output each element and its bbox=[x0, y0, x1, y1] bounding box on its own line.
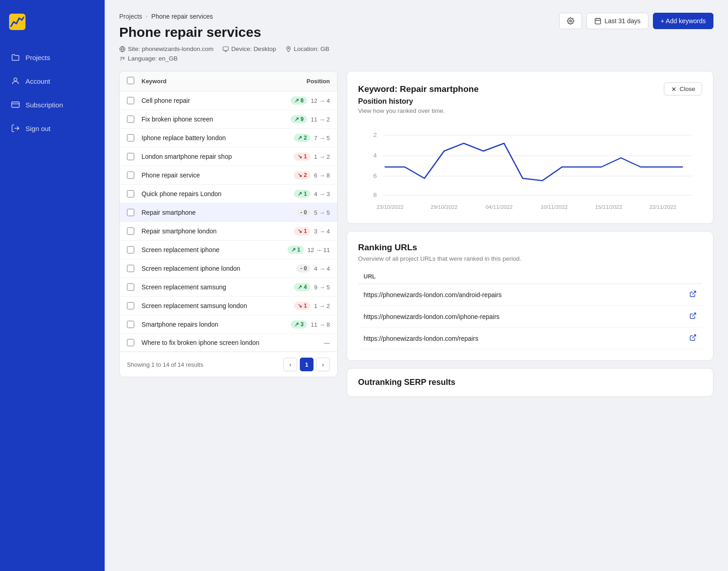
badge: ↘ 1 bbox=[294, 152, 310, 161]
close-icon bbox=[671, 86, 677, 92]
meta-row-1: Site: phonewizards-london.com Device: De… bbox=[119, 45, 713, 52]
sidebar: Projects Account Subscription Sign out bbox=[0, 0, 105, 571]
svg-point-10 bbox=[288, 47, 289, 49]
meta-site-label: Site: phonewizards-london.com bbox=[128, 45, 213, 52]
svg-text:4: 4 bbox=[373, 152, 377, 158]
sidebar-item-account[interactable]: Account bbox=[0, 69, 105, 93]
position-history-chart: 2 4 6 8 23/10/2022 29/10/2022 04/11/2022… bbox=[358, 121, 702, 212]
table-row[interactable]: Cell phone repair ↗ 8 12 → 4 bbox=[120, 91, 337, 110]
meta-device-label: Device: Desktop bbox=[231, 45, 276, 52]
external-link-icon[interactable] bbox=[689, 290, 697, 299]
row-checkbox[interactable] bbox=[127, 321, 134, 328]
svg-text:15/11/2022: 15/11/2022 bbox=[595, 204, 622, 210]
breadcrumb-parent[interactable]: Projects bbox=[119, 13, 142, 20]
keyword-cell: Screen replacement iphone bbox=[142, 246, 266, 253]
language-icon bbox=[119, 56, 126, 62]
external-link-icon[interactable] bbox=[689, 334, 697, 343]
sidebar-item-label: Account bbox=[25, 77, 50, 85]
keywords-panel: Keyword Position Cell phone repair ↗ 8 1… bbox=[119, 71, 338, 377]
table-row[interactable]: Screen replacement samsung london ↘ 1 1 … bbox=[120, 297, 337, 315]
meta-language-label: Language: en_GB bbox=[128, 55, 178, 62]
svg-text:23/10/2022: 23/10/2022 bbox=[376, 204, 403, 210]
settings-button[interactable] bbox=[559, 13, 582, 29]
row-checkbox[interactable] bbox=[127, 283, 134, 291]
position-change: 4 → 4 bbox=[314, 265, 330, 272]
table-row[interactable]: Screen replacement iphone ↗ 1 12 → 11 bbox=[120, 241, 337, 259]
svg-point-11 bbox=[570, 20, 571, 22]
add-keywords-button[interactable]: + Add keywords bbox=[653, 13, 713, 29]
row-checkbox[interactable] bbox=[127, 190, 134, 197]
row-checkbox[interactable] bbox=[127, 116, 134, 123]
prev-page-button[interactable]: ‹ bbox=[283, 358, 297, 371]
badge: ↗ 4 bbox=[294, 283, 310, 291]
table-row[interactable]: Fix broken iphone screen ↗ 9 11 → 2 bbox=[120, 110, 337, 129]
svg-line-34 bbox=[693, 335, 696, 338]
row-checkbox[interactable] bbox=[127, 265, 134, 272]
row-checkbox[interactable] bbox=[127, 172, 134, 179]
next-page-button[interactable]: › bbox=[316, 358, 330, 371]
keyword-cell: Where to fix broken iphone screen london bbox=[142, 339, 266, 346]
row-checkbox[interactable] bbox=[127, 134, 134, 141]
badge: ↗ 2 bbox=[294, 134, 310, 142]
panel-title: Keyword: Repair smartphone bbox=[358, 84, 479, 94]
table-row[interactable]: Phone repair service ↘ 2 6 → 8 bbox=[120, 166, 337, 185]
row-checkbox[interactable] bbox=[127, 97, 134, 104]
meta-location-label: Location: GB bbox=[294, 45, 329, 52]
row-checkbox[interactable] bbox=[127, 153, 134, 160]
row-checkbox[interactable] bbox=[127, 227, 134, 235]
url-value: https://phonewizards-london.com/repairs bbox=[364, 335, 478, 342]
table-row[interactable]: Iphone replace battery london ↗ 2 7 → 5 bbox=[120, 129, 337, 147]
page-1-button[interactable]: 1 bbox=[300, 358, 313, 371]
folder-icon bbox=[11, 53, 20, 62]
keyword-cell: Cell phone repair bbox=[142, 97, 266, 104]
position-change: 12 → 11 bbox=[308, 247, 330, 253]
table-row[interactable]: Screen replacement iphone london - 0 4 →… bbox=[120, 259, 337, 278]
card-icon bbox=[11, 100, 20, 109]
sidebar-item-signout[interactable]: Sign out bbox=[0, 116, 105, 140]
logout-icon bbox=[11, 124, 20, 133]
svg-line-33 bbox=[693, 313, 696, 316]
external-link-icon[interactable] bbox=[689, 312, 697, 321]
breadcrumb-current: Phone repair services bbox=[152, 13, 213, 20]
sidebar-item-label: Subscription bbox=[25, 101, 63, 109]
table-footer: Showing 1 to 14 of 14 results ‹ 1 › bbox=[120, 352, 337, 377]
badge: ↗ 1 bbox=[294, 190, 310, 198]
keyword-cell: Screen replacement samsung bbox=[142, 283, 266, 291]
keyword-cell: Smartphone repairs london bbox=[142, 321, 266, 328]
table-row[interactable]: Quick phone repairs London ↗ 1 4 → 3 bbox=[120, 185, 337, 203]
svg-rect-2 bbox=[12, 102, 20, 107]
select-all-checkbox[interactable] bbox=[127, 77, 134, 84]
keyword-cell: Iphone replace battery london bbox=[142, 134, 266, 141]
close-label: Close bbox=[679, 86, 695, 92]
url-value: https://phonewizards-london.com/iphone-r… bbox=[364, 313, 500, 320]
add-keywords-label: + Add keywords bbox=[661, 17, 706, 25]
table-row[interactable]: Where to fix broken iphone screen london… bbox=[120, 334, 337, 352]
badge: ↗ 8 bbox=[291, 96, 307, 105]
position-change: 11 → 2 bbox=[311, 116, 330, 123]
table-row[interactable]: Repair smartphone london ↘ 1 3 → 4 bbox=[120, 222, 337, 241]
table-row[interactable]: Repair smartphone - 0 5 → 5 bbox=[120, 203, 337, 222]
row-checkbox[interactable] bbox=[127, 246, 134, 253]
close-panel-button[interactable]: Close bbox=[664, 82, 702, 96]
svg-rect-12 bbox=[595, 19, 601, 24]
badge: ↘ 1 bbox=[294, 302, 310, 310]
row-checkbox[interactable] bbox=[127, 339, 134, 346]
badge: - 0 bbox=[297, 208, 310, 217]
badge: ↘ 2 bbox=[294, 171, 310, 179]
sidebar-item-projects[interactable]: Projects bbox=[0, 45, 105, 69]
svg-text:29/10/2022: 29/10/2022 bbox=[430, 204, 457, 210]
table-row[interactable]: London smartphone repair shop ↘ 1 1 → 2 bbox=[120, 147, 337, 166]
logo-icon bbox=[9, 14, 25, 30]
row-checkbox[interactable] bbox=[127, 302, 134, 309]
sidebar-item-subscription[interactable]: Subscription bbox=[0, 93, 105, 116]
position-change: 7 → 5 bbox=[314, 135, 330, 141]
row-checkbox[interactable] bbox=[127, 209, 134, 216]
date-range-button[interactable]: Last 31 days bbox=[586, 13, 648, 29]
table-row[interactable]: Screen replacement samsung ↗ 4 9 → 5 bbox=[120, 278, 337, 297]
keyword-cell: Repair smartphone london bbox=[142, 227, 266, 235]
svg-text:2: 2 bbox=[373, 131, 377, 138]
keyword-cell: Screen replacement iphone london bbox=[142, 265, 266, 272]
table-row[interactable]: Smartphone repairs london ↗ 3 11 → 8 bbox=[120, 315, 337, 334]
header-actions: Last 31 days + Add keywords bbox=[559, 13, 713, 29]
badge: ↗ 3 bbox=[291, 320, 307, 328]
